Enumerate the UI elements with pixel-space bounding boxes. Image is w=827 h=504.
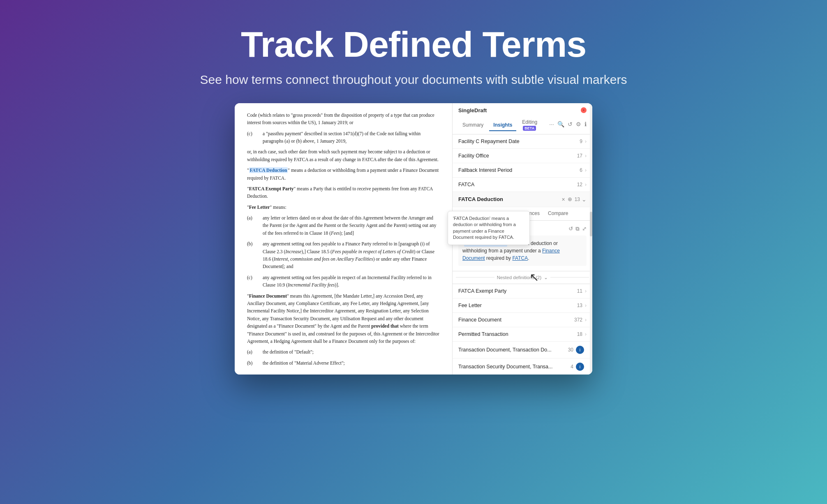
para-text-b-fee: any agreement setting out fees payable t… [263,240,440,270]
doc-para-c-passthru: (c) a "passthru payment" described in se… [247,130,440,145]
nested-line-right [550,277,589,277]
hero-title: Track Defined Terms [200,25,627,65]
para-text-b-fin: the definition of "Material Adverse Effe… [263,359,440,367]
chevron-right-icon-3: › [585,167,587,173]
term-name-fee-letter: Fee Letter [458,303,577,308]
doc-para-a-fin: (a) the definition of "Default"; [247,348,440,356]
chevron-right-icon-5: › [585,288,587,294]
settings-icon[interactable]: ⚙ [576,121,581,127]
hero-subtitle: See how terms connect throughout your do… [200,73,627,87]
hero-section: Track Defined Terms See how terms connec… [200,0,627,103]
sidebar-header: SingleDraft × Summary Insights Editing B… [453,103,592,134]
info-icon[interactable]: ℹ [584,121,587,127]
sidebar-tabs: Summary Insights Editing BETA ··· 🔍 ↺ ⚙ … [458,117,587,134]
refresh-def-icon[interactable]: ↺ [568,226,573,232]
term-item-permitted-transaction[interactable]: Permitted Transaction 18 › [453,327,592,342]
fatca-deduction-name: FATCA Deduction [458,196,561,202]
term-count-fallback: 6 [580,167,582,173]
scrollbar-thumb[interactable] [590,212,592,236]
term-item-finance-doc[interactable]: Finance Document 372 › [453,313,592,327]
sidebar-title-bar: SingleDraft × [458,107,587,113]
doc-para-c-fee: (c) any agreement setting out fees payab… [247,274,440,289]
nested-line-left [456,277,494,277]
fatca-exempt-term: FATCA Exempt Party [249,186,294,191]
doc-finance-document-def: "Finance Document" means this Agreement,… [247,292,440,345]
close-button[interactable]: × [581,107,587,113]
tab-insights[interactable]: Insights [489,120,516,131]
doc-line-1: Code (which relates to "gross proceeds" … [247,111,440,127]
term-name-finance-doc: Finance Document [458,317,574,323]
term-item-facility-c[interactable]: Facility C Repayment Date 9 › [453,134,592,149]
doc-para-a-fee: (a) any letter or letters dated on or ab… [247,214,440,237]
cursor-pointer: ↖ [529,270,539,284]
term-count-transaction-doc: 30 [568,347,573,353]
copy-def-icon[interactable]: ⧉ [575,226,580,232]
para-label-a-fee: (a) [247,214,259,237]
app-name: SingleDraft [458,107,487,113]
beta-badge: BETA [523,126,536,131]
transaction-security-icon: i [576,363,584,371]
chevron-right-icon-6: › [585,303,587,308]
para-text-a-fin: the definition of "Default"; [263,348,440,356]
scrollbar-track[interactable] [590,103,592,375]
chevron-right-icon: › [585,139,587,144]
chevron-right-icon-2: › [585,153,587,159]
term-name-fatca-exempt: FATCA Exempt Party [458,288,577,294]
fatca-deduction-highlight[interactable]: FATCA Deduction [249,167,288,173]
term-count-fatca-exempt: 11 [577,288,582,294]
fatca-deduction-count: 13 [575,197,580,202]
term-item-fatca[interactable]: FATCA 12 › [453,178,592,192]
app-window: Code (which relates to "gross proceeds" … [235,103,592,375]
transaction-doc-icon: i [576,346,584,354]
doc-para-b-fin: (b) the definition of "Material Adverse … [247,359,440,367]
para-label-a-fin: (a) [247,348,259,356]
doc-fatca-deduction-def: "FATCA Deduction" means a deduction or w… [247,166,440,182]
document-panel: Code (which relates to "gross proceeds" … [235,103,453,375]
fatca-deduction-close[interactable]: × [561,196,565,203]
expand-def-icon[interactable]: ⤢ [582,226,587,232]
term-item-transaction-doc[interactable]: Transaction Document, Transaction Do... … [453,342,592,358]
definition-icons: ↺ ⧉ ⤢ [568,226,587,232]
chevron-down-icon: ⌄ [544,275,548,280]
term-count-facility-office: 17 [577,153,582,159]
fatca-link[interactable]: FATCA [512,255,528,261]
sidebar-tab-icons: ··· 🔍 ↺ ⚙ ℹ [549,121,587,130]
term-name-transaction-doc: Transaction Document, Transaction Do... [458,347,568,353]
term-item-fallback[interactable]: Fallback Interest Period 6 › [453,163,592,178]
term-item-fatca-exempt[interactable]: FATCA Exempt Party 11 › [453,284,592,298]
doc-fatca-exempt-def: "FATCA Exempt Party" means a Party that … [247,185,440,200]
para-text-c: a "passthru payment" described in sectio… [263,130,440,145]
fee-letter-term: Fee Letter [249,205,270,210]
fatca-tooltip: 'FATCA Deduction' means a deduction or w… [453,211,530,245]
term-count-transaction-security: 4 [571,364,573,370]
term-count-permitted-transaction: 18 [577,331,582,337]
para-label-b-fin: (b) [247,359,259,367]
tab-editing[interactable]: Editing BETA [518,117,547,134]
para-text-a-fee: any letter or letters dated on or about … [263,214,440,237]
term-count-finance-doc: 372 [574,317,582,323]
more-options-icon[interactable]: ··· [549,121,554,127]
search-icon[interactable]: 🔍 [557,121,564,127]
doc-or-clause: or, in each case, such other date from w… [247,148,440,163]
terms-list: Facility C Repayment Date 9 › Facility O… [453,134,592,375]
chevron-right-icon-8: › [585,331,587,337]
term-name-fatca: FATCA [458,182,577,187]
tab-summary[interactable]: Summary [458,120,487,131]
term-item-fee-letter[interactable]: Fee Letter 13 › [453,298,592,313]
term-count-fatca: 12 [577,182,582,187]
sidebar-panel: SingleDraft × Summary Insights Editing B… [453,103,592,375]
refresh-icon[interactable]: ↺ [568,121,573,127]
term-item-facility-office[interactable]: Facility Office 17 › [453,149,592,163]
pin-icon[interactable]: ⊕ [568,196,572,202]
tab-compare[interactable]: Compare [544,207,572,220]
term-item-transaction-security[interactable]: Transaction Security Document, Transa...… [453,358,592,375]
doc-para-b-fee: (b) any agreement setting out fees payab… [247,240,440,270]
para-label-c: (c) [247,130,259,145]
nested-definitions[interactable]: Nested definitions (2) ⌄ [453,271,592,284]
finance-doc-link[interactable]: Finance Document [462,248,560,261]
term-count-fee-letter: 13 [577,303,582,308]
doc-fee-letter-def: "Fee Letter" means: [247,203,440,211]
para-text-c-fee: any agreement setting out fees payable i… [263,274,440,289]
expand-icon[interactable]: ⌄ [582,196,587,203]
term-name-facility-c: Facility C Repayment Date [458,139,580,144]
